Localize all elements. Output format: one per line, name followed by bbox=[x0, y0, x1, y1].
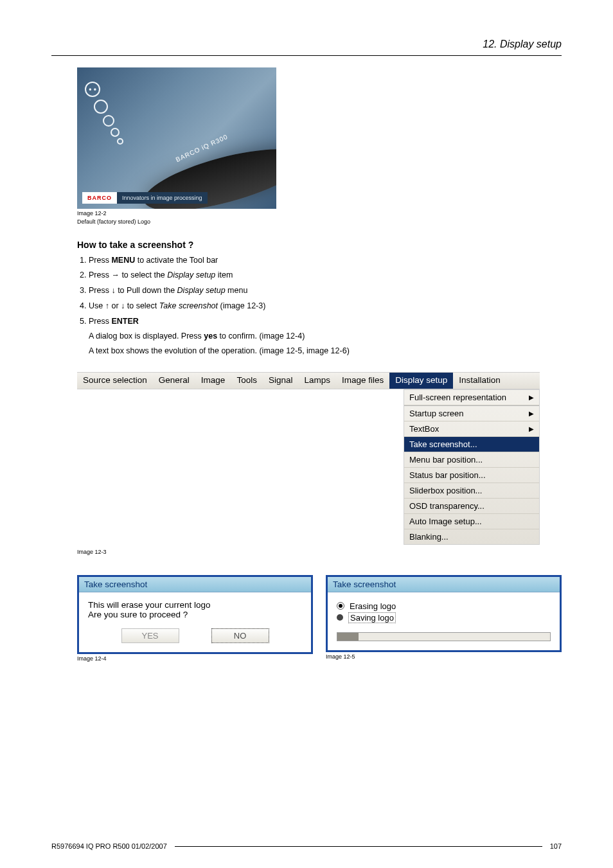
menu-tools[interactable]: Tools bbox=[231, 373, 263, 389]
menu-bar: Source selection General Image Tools Sig… bbox=[77, 372, 540, 389]
menu-image-files[interactable]: Image files bbox=[336, 373, 389, 389]
step-1: Press MENU to activate the Tool bar bbox=[89, 255, 562, 266]
dialog-screenshot-progress: Take screenshot Erasing logo Saving logo bbox=[326, 575, 562, 652]
menu-lamps[interactable]: Lamps bbox=[298, 373, 336, 389]
logo-brand: BARCO bbox=[82, 192, 117, 204]
step-2: Press → to select the Display setup item bbox=[89, 270, 562, 281]
progress-bar bbox=[337, 632, 551, 641]
menu-item-menubar-position[interactable]: Menu bar position... bbox=[404, 452, 539, 468]
barco-badge: BARCO Innovators in image processing bbox=[82, 192, 208, 204]
step-5-sub2: A text box shows the evolution of the op… bbox=[89, 346, 562, 357]
page-footer: R5976694 IQ PRO R500 01/02/2007 107 bbox=[51, 842, 562, 850]
menu-item-osd-transparency[interactable]: OSD transparency... bbox=[404, 499, 539, 514]
subheading: How to take a screenshot ? bbox=[77, 240, 562, 250]
steps-list: Press MENU to activate the Tool bar Pres… bbox=[77, 255, 562, 357]
step-4: Use ↑ or ↓ to select Take screenshot (im… bbox=[89, 301, 562, 312]
figure-caption-12-2-line1: Image 12-2 bbox=[77, 210, 562, 217]
no-button[interactable]: NO bbox=[211, 628, 269, 643]
menu-item-startup-screen[interactable]: Startup screen▶ bbox=[404, 406, 539, 421]
radio-selected-icon bbox=[337, 602, 344, 610]
yes-button[interactable]: YES bbox=[121, 628, 179, 643]
menu-source-selection[interactable]: Source selection bbox=[77, 373, 153, 389]
header-rule bbox=[51, 55, 562, 56]
footer-page-number: 107 bbox=[550, 842, 562, 850]
menu-item-blanking[interactable]: Blanking... bbox=[404, 529, 539, 544]
menu-installation[interactable]: Installation bbox=[453, 373, 506, 389]
display-setup-dropdown: Full-screen representation▶ Startup scre… bbox=[404, 389, 540, 545]
submenu-arrow-icon: ▶ bbox=[529, 425, 534, 432]
menu-item-textbox[interactable]: TextBox▶ bbox=[404, 421, 539, 437]
menu-signal[interactable]: Signal bbox=[263, 373, 299, 389]
dialog-title: Take screenshot bbox=[79, 577, 311, 592]
submenu-arrow-icon: ▶ bbox=[529, 410, 534, 417]
step-3: Press ↓ to Pull down the Display setup m… bbox=[89, 285, 562, 296]
step-5-sub1: A dialog box is displayed. Press yes to … bbox=[89, 331, 562, 342]
menu-item-statusbar-position[interactable]: Status bar position... bbox=[404, 468, 539, 483]
menu-item-fullscreen-representation[interactable]: Full-screen representation▶ bbox=[404, 390, 539, 405]
step-5: Press ENTER A dialog box is displayed. P… bbox=[89, 316, 562, 357]
menu-item-sliderbox-position[interactable]: Sliderbox position... bbox=[404, 483, 539, 499]
option-erasing-logo: Erasing logo bbox=[337, 601, 551, 611]
dialog-title: Take screenshot bbox=[328, 577, 560, 592]
figure-caption-12-4: Image 12-4 bbox=[77, 655, 313, 662]
menu-item-take-screenshot[interactable]: Take screenshot... bbox=[404, 437, 539, 452]
bullet-icon bbox=[337, 614, 343, 621]
menu-item-auto-image-setup[interactable]: Auto Image setup... bbox=[404, 514, 539, 529]
figure-caption-12-5: Image 12-5 bbox=[326, 653, 562, 660]
menu-general[interactable]: General bbox=[153, 373, 195, 389]
figure-caption-12-2-line2: Default (factory stored) Logo bbox=[77, 218, 562, 226]
footer-doc-id: R5976694 IQ PRO R500 01/02/2007 bbox=[51, 842, 167, 850]
dialog-line1: This will erase your current logo bbox=[88, 600, 302, 610]
menu-display-setup[interactable]: Display setup bbox=[389, 373, 453, 389]
menu-image[interactable]: Image bbox=[195, 373, 231, 389]
option-saving-logo: Saving logo bbox=[337, 612, 551, 623]
dialog-confirm-screenshot: Take screenshot This will erase your cur… bbox=[77, 575, 313, 654]
figure-default-logo: BARCO iQ R300 • • BARCO Innovators in im… bbox=[77, 67, 276, 209]
logo-slogan: Innovators in image processing bbox=[117, 192, 208, 204]
submenu-arrow-icon: ▶ bbox=[529, 394, 534, 401]
section-title: 12. Display setup bbox=[51, 39, 562, 50]
dialog-line2: Are you sure to proceed ? bbox=[88, 610, 302, 619]
figure-caption-12-3: Image 12-3 bbox=[77, 549, 562, 556]
